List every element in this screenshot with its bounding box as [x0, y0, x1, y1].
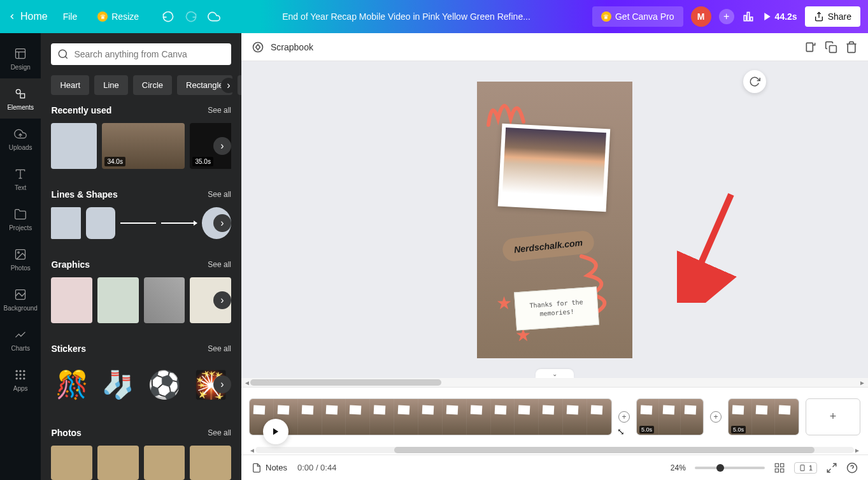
delete-page-icon[interactable]	[845, 41, 858, 54]
clip-duration: 5.0s	[639, 426, 654, 433]
total-duration: 44.2s	[775, 11, 797, 22]
file-menu[interactable]: File	[58, 8, 83, 25]
shape-line[interactable]	[120, 222, 156, 224]
home-label: Home	[20, 11, 48, 22]
nav-charts[interactable]: Charts	[0, 319, 41, 360]
document-title[interactable]: End of Year Recap Mobile Video in Pink Y…	[225, 11, 587, 22]
search-box[interactable]	[51, 43, 231, 65]
nav-apps[interactable]: Apps	[0, 360, 41, 400]
chart-icon	[13, 327, 28, 342]
nav-label: Charts	[11, 345, 29, 352]
nav-label: Photos	[11, 265, 31, 272]
nav-design[interactable]: Design	[0, 38, 41, 78]
photo-item[interactable]	[190, 446, 231, 480]
row-scroll-right[interactable]: ›	[213, 375, 231, 393]
play-preview-button[interactable]: 44.2s	[762, 11, 797, 22]
get-pro-button[interactable]: ♛ Get Canva Pro	[592, 6, 683, 27]
svg-rect-34	[780, 469, 783, 472]
timeline-h-scrollbar[interactable]: ◄ ►	[241, 446, 868, 455]
shape-rounded-square[interactable]	[86, 207, 115, 239]
nav-projects[interactable]: Projects	[0, 199, 41, 239]
collapse-timeline-button[interactable]: ⌄	[536, 369, 574, 378]
export-page-icon[interactable]	[804, 41, 817, 54]
see-all-photos[interactable]: See all	[208, 428, 231, 437]
fullscreen-icon[interactable]	[826, 462, 837, 474]
add-member-button[interactable]: +	[719, 9, 734, 24]
timeline-clip[interactable]: 5.0s	[636, 398, 704, 435]
add-transition-button[interactable]: +	[710, 411, 722, 423]
grid-view-icon[interactable]	[774, 462, 785, 474]
section-graphics: Graphics	[51, 259, 90, 270]
see-all-shapes[interactable]: See all	[208, 190, 231, 199]
graphic-item[interactable]	[144, 277, 185, 323]
svg-rect-28	[830, 45, 837, 52]
crown-icon: ♛	[601, 11, 611, 22]
chips-scroll-right[interactable]: ›	[221, 78, 236, 93]
see-all-graphics[interactable]: See all	[208, 260, 231, 269]
nav-photos[interactable]: Photos	[0, 239, 41, 279]
sticker-confetti[interactable]: 🎊	[51, 361, 92, 407]
chip-circle[interactable]: Circle	[133, 75, 172, 95]
row-scroll-right[interactable]: ›	[213, 214, 231, 232]
notes-label: Notes	[266, 463, 287, 472]
nav-label: Background	[4, 305, 38, 312]
animate-icon[interactable]	[252, 41, 264, 54]
page-number: 1	[809, 464, 813, 472]
row-scroll-right[interactable]: ›	[213, 291, 231, 309]
redo-icon[interactable]	[185, 10, 197, 23]
row-scroll-right[interactable]: ›	[213, 137, 231, 155]
add-transition-button[interactable]: +	[618, 411, 630, 423]
polaroid-photo[interactable]	[498, 123, 611, 212]
svg-point-19	[20, 374, 22, 375]
regenerate-button[interactable]	[743, 70, 766, 93]
timeline-play-button[interactable]	[263, 419, 288, 444]
nav-label: Design	[11, 64, 31, 71]
share-button[interactable]: Share	[805, 6, 860, 27]
shape-arrow[interactable]	[161, 222, 197, 224]
canvas-page[interactable]: Nerdschalk.com ★ ★ Thanks for the memori…	[477, 82, 632, 358]
zoom-slider[interactable]	[695, 467, 765, 469]
cloud-sync-icon[interactable]	[208, 10, 220, 23]
graphic-item[interactable]	[97, 277, 139, 323]
chip-heart[interactable]: Heart	[51, 75, 89, 95]
resize-button[interactable]: ♛ Resize	[92, 8, 144, 25]
nav-text[interactable]: Text	[0, 159, 41, 199]
insights-icon[interactable]	[742, 10, 755, 23]
crown-icon: ♛	[97, 11, 108, 22]
graphic-item[interactable]	[51, 277, 92, 323]
recent-video[interactable]: 34.0s	[102, 123, 185, 169]
shape-square[interactable]	[51, 207, 80, 239]
home-button[interactable]: Home	[8, 11, 48, 22]
see-all-recent[interactable]: See all	[208, 106, 231, 115]
see-all-stickers[interactable]: See all	[208, 344, 231, 353]
canvas-h-scrollbar[interactable]: ◄ ►	[241, 378, 868, 387]
nav-elements[interactable]: Elements	[0, 78, 41, 119]
user-avatar[interactable]: M	[691, 6, 711, 27]
svg-rect-33	[775, 469, 778, 472]
chip-line[interactable]: Line	[94, 75, 128, 95]
nav-label: Apps	[13, 385, 28, 392]
nav-uploads[interactable]: Uploads	[0, 119, 41, 159]
zoom-percent[interactable]: 24%	[671, 463, 686, 472]
undo-icon[interactable]	[162, 10, 174, 23]
photo-item[interactable]	[97, 446, 139, 480]
add-page-button[interactable]: +	[806, 398, 860, 435]
timeline-clip[interactable]	[249, 398, 612, 435]
photo-item[interactable]	[51, 446, 92, 480]
svg-marker-3	[764, 13, 770, 20]
search-input[interactable]	[74, 49, 225, 59]
recent-element[interactable]	[51, 123, 97, 169]
duplicate-page-icon[interactable]	[825, 41, 837, 54]
memo-note[interactable]: Thanks for the memories!	[514, 286, 599, 330]
nav-background[interactable]: Background	[0, 279, 41, 319]
sticker-ball[interactable]: ⚽	[144, 361, 185, 407]
page-indicator[interactable]: 1	[794, 462, 817, 474]
notes-button[interactable]: Notes	[252, 463, 287, 473]
timeline-clip[interactable]: 5.0s	[728, 398, 799, 435]
nav-label: Uploads	[9, 144, 32, 151]
sticker-stocking[interactable]: 🧦	[97, 361, 139, 407]
animation-label[interactable]: Scrapbook	[271, 42, 313, 52]
photo-item[interactable]	[144, 446, 185, 480]
help-icon[interactable]	[846, 462, 858, 474]
chevron-left-icon	[8, 12, 17, 21]
